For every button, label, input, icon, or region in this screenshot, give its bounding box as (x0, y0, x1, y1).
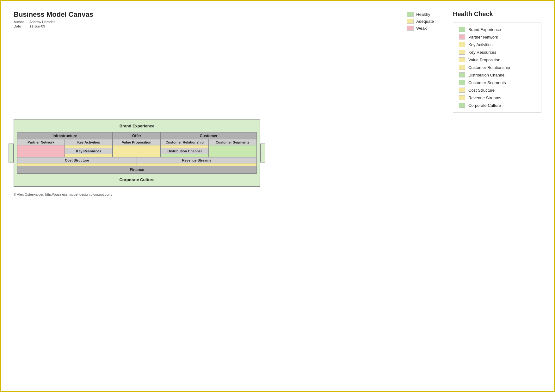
hc-val-prop-label: Value Proposition (468, 58, 500, 62)
weak-color (407, 26, 414, 31)
hc-corp-color (459, 103, 465, 108)
health-cust-seg: Customer Segments (459, 80, 535, 85)
main-grid: Infrastructure Partner Network Key Activ… (17, 132, 257, 174)
health-key-activities: Key Activities (459, 42, 535, 47)
brand-experience-label: Brand Experience (120, 124, 155, 128)
health-cost-struct: Cost Structure (459, 88, 535, 93)
customer-relationship-column: Customer Relationship Distribution Chann… (161, 139, 209, 157)
hc-key-act-label: Key Activities (468, 42, 493, 47)
footer-text: © Alex Osterwalder, http://business-mode… (14, 193, 112, 196)
author-label: Author (14, 20, 29, 24)
corporate-culture-row: Corporate Culture (17, 176, 257, 184)
revenue-streams-column: Revenue Streams (137, 157, 256, 166)
legend: Healthy Adequate Weak (407, 12, 434, 31)
infra-inner: Partner Network Key Activities Key Resou… (17, 139, 112, 157)
infrastructure-column: Infrastructure Partner Network Key Activ… (17, 132, 113, 157)
customer-segments-column: Customer Segments (209, 139, 256, 157)
hc-dist-label: Distribution Channel (468, 73, 505, 77)
hc-corp-label: Corporate Culture (468, 103, 501, 108)
revenue-streams-header: Revenue Streams (137, 157, 256, 163)
hc-partner-color (459, 34, 465, 40)
corporate-culture-label: Corporate Culture (119, 177, 154, 182)
hc-key-act-color (459, 42, 465, 47)
health-check: Health Check Brand Experience Partner Ne… (453, 10, 541, 113)
hc-cust-seg-color (459, 80, 465, 85)
top-right: Healthy Adequate Weak Health Check Brand… (407, 10, 541, 113)
legend-weak: Weak (407, 26, 434, 31)
health-revenue: Revenue Streams (459, 95, 535, 100)
offer-header: Offer (113, 132, 160, 139)
partner-network-header: Partner Network (17, 139, 65, 145)
health-check-title: Health Check (453, 10, 541, 18)
top-section: Infrastructure Partner Network Key Activ… (17, 132, 256, 157)
customer-column: Customer Customer Relationship Distribut… (161, 132, 256, 157)
hc-cust-rel-label: Customer Relationship (468, 65, 510, 70)
date-value: 11-Jun-09 (29, 24, 93, 28)
customer-relationship-header: Customer Relationship (161, 139, 208, 145)
health-brand-experience: Brand Experience (459, 27, 535, 32)
hc-brand-label: Brand Experience (468, 27, 501, 32)
infrastructure-header: Infrastructure (17, 132, 112, 139)
header: Business Model Canvas Author Andrew Harn… (14, 10, 541, 113)
author-value: Andrew Harnden (29, 20, 93, 24)
adequate-label: Adequate (416, 19, 434, 24)
hc-cust-rel-color (459, 65, 465, 70)
offer-inner: Value Proposition (113, 139, 160, 157)
health-list: Brand Experience Partner Network Key Act… (453, 22, 541, 113)
revenue-streams-content (137, 163, 256, 166)
customer-header: Customer (161, 132, 256, 139)
finance-section: Cost Structure Revenue Streams Finance (17, 157, 256, 173)
page-title: Business Model Canvas (14, 10, 93, 19)
key-resources-content (65, 154, 112, 157)
hc-dist-color (459, 72, 465, 77)
customer-inner: Customer Relationship Distribution Chann… (161, 139, 256, 157)
health-dist-channel: Distribution Channel (459, 72, 535, 77)
customer-segments-header: Customer Segments (209, 139, 256, 145)
title-block: Business Model Canvas Author Andrew Harn… (14, 10, 93, 28)
legend-healthy: Healthy (407, 12, 434, 17)
healthy-label: Healthy (416, 12, 430, 17)
hc-key-res-color (459, 50, 465, 55)
key-resources-header: Key Resources (65, 148, 112, 154)
hc-cust-seg-label: Customer Segments (468, 80, 506, 85)
right-knob (260, 144, 265, 162)
partner-network-column: Partner Network (17, 139, 65, 157)
cost-structure-column: Cost Structure (17, 157, 137, 166)
offer-column: Offer Value Proposition (113, 132, 161, 157)
key-activities-content (65, 145, 112, 148)
canvas-wrapper: Brand Experience Infrastructure Partner … (14, 119, 260, 187)
key-activities-header: Key Activities (65, 139, 112, 145)
legend-adequate: Adequate (407, 19, 434, 24)
finance-footer: Finance (17, 166, 256, 173)
finance-inner: Cost Structure Revenue Streams (17, 157, 256, 166)
healthy-color (407, 12, 414, 17)
distribution-channel-content (161, 154, 208, 157)
left-knob (9, 144, 14, 162)
cost-structure-content (17, 163, 137, 166)
health-cust-rel: Customer Relationship (459, 65, 535, 70)
hc-rev-color (459, 95, 465, 100)
hc-cost-label: Cost Structure (468, 88, 495, 93)
health-key-resources: Key Resources (459, 50, 535, 55)
weak-label: Weak (416, 26, 427, 31)
date-label: Date (14, 24, 29, 28)
hc-partner-label: Partner Network (468, 35, 498, 40)
health-corp-culture: Corporate Culture (459, 103, 535, 108)
health-value-prop: Value Proposition (459, 57, 535, 62)
customer-segments-content (209, 145, 256, 157)
partner-network-content (17, 145, 65, 157)
adequate-color (407, 19, 414, 24)
hc-key-res-label: Key Resources (468, 50, 496, 55)
value-proposition-header: Value Proposition (113, 139, 160, 145)
cost-structure-header: Cost Structure (17, 157, 137, 163)
distribution-channel-header: Distribution Channel (161, 148, 208, 154)
brand-experience-row: Brand Experience (17, 122, 257, 130)
hc-brand-color (459, 27, 465, 32)
health-partner-network: Partner Network (459, 34, 535, 40)
footer-note: © Alex Osterwalder, http://business-mode… (14, 193, 541, 196)
business-model-canvas: Brand Experience Infrastructure Partner … (14, 119, 260, 187)
customer-relationship-content (161, 145, 208, 148)
meta-info: Author Andrew Harnden Date 11-Jun-09 (14, 20, 93, 28)
hc-val-prop-color (459, 57, 465, 62)
hc-rev-label: Revenue Streams (468, 95, 501, 100)
